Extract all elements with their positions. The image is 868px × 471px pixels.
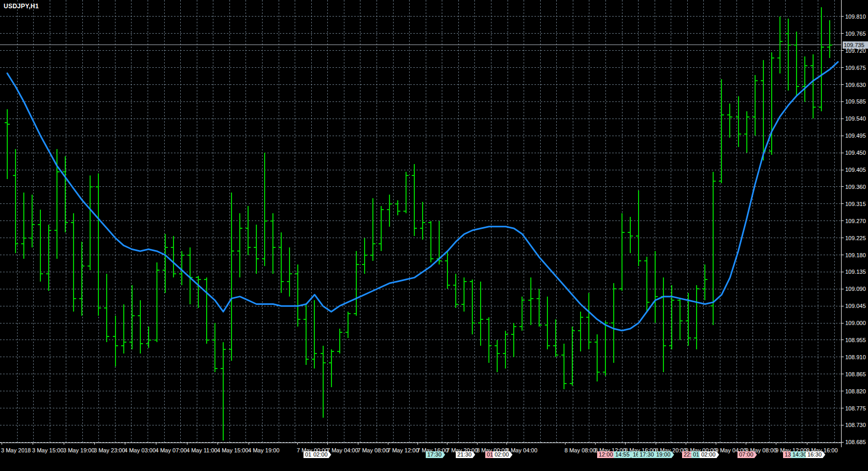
time-flag[interactable]: 16:30 bbox=[806, 451, 826, 458]
chart-window: 109.810109.765109.720109.675109.630109.5… bbox=[0, 0, 868, 471]
time-flag[interactable]: 12:00 bbox=[597, 451, 617, 458]
current-price-tag: 109.735 bbox=[843, 41, 868, 49]
time-flag[interactable]: 07:00 bbox=[737, 451, 757, 458]
time-flag[interactable]: 17:30 bbox=[426, 451, 445, 458]
time-flag[interactable]: 02:00 bbox=[700, 451, 719, 458]
time-flag[interactable]: 21:30 bbox=[456, 451, 475, 458]
time-flag[interactable]: 17:30 bbox=[638, 451, 658, 458]
time-flag[interactable]: 02:00 bbox=[493, 451, 513, 458]
time-flag[interactable]: 19:00 bbox=[655, 451, 674, 458]
time-flag[interactable]: 02:00 bbox=[312, 451, 331, 458]
time-flag[interactable]: 14:55 bbox=[614, 451, 633, 458]
symbol-timeframe-label: USDJPY,H1 bbox=[4, 3, 39, 10]
event-flags-layer: 01:02:0017:3021:3001:02:0012:0014:5516:1… bbox=[0, 0, 868, 471]
